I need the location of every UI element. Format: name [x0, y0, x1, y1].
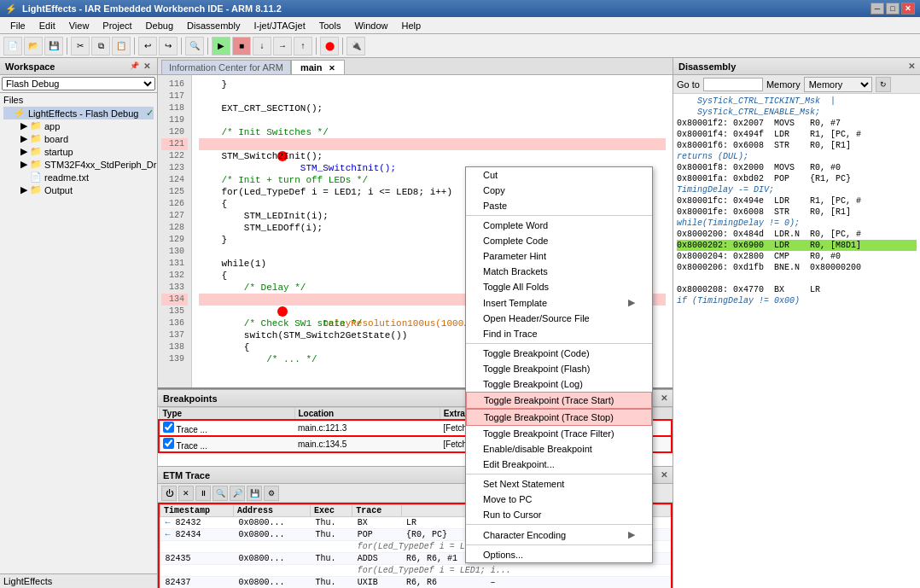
ctx-copy[interactable]: Copy [466, 183, 652, 198]
ctx-parameter-hint[interactable]: Parameter Hint [466, 248, 652, 264]
ctx-toggle-bp-trace-stop[interactable]: Toggle Breakpoint (Trace Stop) [466, 409, 652, 426]
ctx-find-trace[interactable]: Find in Trace [466, 326, 652, 341]
disasm-line-12: while(TimingDelay != 0); [677, 218, 917, 229]
app-icon: ⚡ [5, 3, 17, 15]
etm-search-button[interactable]: 🔍 [213, 486, 228, 501]
etm-clear-button[interactable]: ✕ [178, 486, 194, 501]
ctx-toggle-bp-flash[interactable]: Toggle Breakpoint (Flash) [466, 361, 652, 376]
menu-view[interactable]: View [62, 19, 96, 32]
tree-item-app[interactable]: ▶ 📁 app [3, 119, 154, 132]
disasm-content[interactable]: SysTick_CTRL_TICKINT_Msk | SysTick_CTRL_… [673, 94, 920, 588]
etm-close[interactable]: ✕ [661, 470, 667, 480]
ctx-toggle-bp-trace-filter[interactable]: Toggle Breakpoint (Trace Filter) [466, 426, 652, 441]
goto-input[interactable] [703, 78, 763, 91]
ctx-complete-word[interactable]: Complete Word [466, 218, 652, 233]
title-bar: ⚡ LightEffects - IAR Embedded Workbench … [0, 0, 920, 17]
ctx-toggle-bp-log[interactable]: Toggle Breakpoint (Log) [466, 376, 652, 392]
disasm-title: Disassembly [678, 61, 736, 72]
breakpoint-button[interactable]: ⬤ [320, 37, 339, 55]
toolbar-sep-3 [181, 38, 182, 55]
bp-check-2[interactable] [163, 438, 174, 449]
ctx-match-brackets[interactable]: Match Brackets [466, 264, 652, 279]
menu-help[interactable]: Help [395, 19, 428, 32]
find-button[interactable]: 🔍 [185, 37, 204, 55]
folder-expand: ▶ [20, 120, 27, 131]
breakpoints-close[interactable]: ✕ [661, 393, 667, 403]
breakpoint-marker-134 [277, 306, 288, 317]
etm-settings-button[interactable]: ⚙ [264, 486, 279, 501]
folder-icon-stdperiph: 📁 [30, 159, 42, 170]
ctx-char-encoding[interactable]: Character Encoding ▶ [466, 527, 652, 543]
ctx-options[interactable]: Options... [466, 547, 652, 562]
ctx-paste[interactable]: Paste [466, 198, 652, 213]
menu-project[interactable]: Project [96, 19, 138, 32]
menu-edit[interactable]: Edit [32, 19, 62, 32]
new-file-button[interactable]: 📄 [3, 37, 22, 55]
cut-button[interactable]: ✂ [71, 37, 90, 55]
tree-item-output[interactable]: ▶ 📁 Output [3, 183, 154, 196]
memory-select[interactable]: Memory [804, 77, 872, 92]
open-button[interactable]: 📂 [24, 37, 43, 55]
project-root[interactable]: ⚡ LightEffects - Flash Debug ✓ [3, 107, 154, 119]
ctx-move-to-pc[interactable]: Move to PC [466, 492, 652, 507]
save-button[interactable]: 💾 [44, 37, 63, 55]
etm-pause-button[interactable]: ⏸ [195, 486, 211, 501]
workspace-bottom-label: LightEffects [0, 573, 157, 588]
undo-button[interactable]: ↩ [138, 37, 157, 55]
bp-check-1[interactable] [163, 422, 174, 433]
menu-window[interactable]: Window [347, 19, 394, 32]
workspace-close[interactable]: ✕ [142, 61, 152, 71]
files-title: Files [3, 95, 23, 105]
tree-item-board[interactable]: ▶ 📁 board [3, 132, 154, 145]
workspace-title: Workspace [5, 61, 55, 72]
workspace-mode-select[interactable]: Flash Debug [2, 77, 155, 90]
tab-main[interactable]: main ✕ [291, 60, 345, 74]
tree-item-stdperiph[interactable]: ▶ 📁 STM32F4xx_StdPeriph_Driver [3, 158, 154, 171]
toolbar: 📄 📂 💾 ✂ ⧉ 📋 ↩ ↪ 🔍 ▶ ■ ↓ → ↑ ⬤ 🔌 [0, 34, 920, 58]
maximize-button[interactable]: □ [886, 3, 900, 15]
disasm-line-9: TimingDelay -= DIV; [677, 184, 917, 195]
menu-debug[interactable]: Debug [139, 19, 180, 32]
ctx-edit-bp[interactable]: Edit Breakpoint... [466, 457, 652, 472]
etm-save-button[interactable]: 💾 [247, 486, 262, 501]
tree-label-startup: startup [44, 147, 73, 157]
workspace-mode-dropdown[interactable]: Flash Debug [0, 75, 157, 93]
tree-item-startup[interactable]: ▶ 📁 startup [3, 145, 154, 158]
ctx-insert-template[interactable]: Insert Template ▶ [466, 294, 652, 311]
debug-go-button[interactable]: ▶ [212, 37, 230, 55]
ctx-toggle-bp-trace-start[interactable]: Toggle Breakpoint (Trace Start) [466, 392, 652, 409]
workspace-pin[interactable]: 📌 [128, 61, 141, 71]
target-connect-button[interactable]: 🔌 [346, 37, 365, 55]
disasm-refresh[interactable]: ↻ [876, 77, 891, 92]
paste-button[interactable]: 📋 [112, 37, 131, 55]
ctx-enable-disable-bp[interactable]: Enable/disable Breakpoint [466, 441, 652, 457]
redo-button[interactable]: ↪ [159, 37, 178, 55]
ctx-toggle-folds[interactable]: Toggle All Folds [466, 279, 652, 294]
debug-stop-button[interactable]: ■ [232, 37, 251, 55]
tree-item-readme[interactable]: 📄 readme.txt [3, 171, 154, 183]
disasm-line-11: 0x80001fe: 0x6008 STR R0, [R1] [677, 207, 917, 218]
menu-ijet[interactable]: I-jet/JTAGjet [247, 19, 312, 32]
etm-col-ts: Timestamp [160, 505, 234, 517]
ctx-toggle-bp-code[interactable]: Toggle Breakpoint (Code) [466, 346, 652, 361]
close-button[interactable]: ✕ [901, 3, 915, 15]
etm-power-button[interactable]: ⏻ [161, 486, 177, 501]
minimize-button[interactable]: ─ [871, 3, 884, 15]
ctx-complete-code[interactable]: Complete Code [466, 233, 652, 248]
ctx-set-next[interactable]: Set Next Statement [466, 476, 652, 492]
debug-out-button[interactable]: ↑ [294, 37, 312, 55]
disasm-toolbar: Go to Memory Memory ↻ [673, 75, 920, 94]
copy-button[interactable]: ⧉ [91, 37, 110, 55]
etm-zoom-button[interactable]: 🔎 [230, 486, 245, 501]
tab-main-close[interactable]: ✕ [329, 64, 335, 73]
menu-tools[interactable]: Tools [312, 19, 348, 32]
menu-disassembly[interactable]: Disassembly [180, 19, 247, 32]
debug-next-button[interactable]: → [273, 37, 292, 55]
ctx-run-to-cursor[interactable]: Run to Cursor [466, 507, 652, 522]
disasm-close[interactable]: ✕ [908, 61, 915, 71]
ctx-cut[interactable]: Cut [466, 167, 652, 183]
debug-step-button[interactable]: ↓ [253, 37, 271, 55]
menu-file[interactable]: File [3, 19, 32, 32]
tab-information-center[interactable]: Information Center for ARM [161, 60, 291, 74]
ctx-open-header[interactable]: Open Header/Source File [466, 311, 652, 326]
